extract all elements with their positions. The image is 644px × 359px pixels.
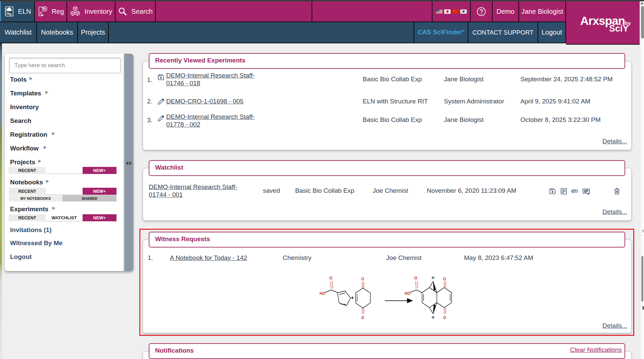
svg-text:O: O: [329, 276, 332, 281]
svg-text:O: O: [443, 276, 446, 281]
svg-text:O: O: [414, 276, 417, 281]
svg-text:O: O: [361, 276, 364, 281]
svg-text:O: O: [443, 315, 446, 320]
svg-text:H: H: [432, 276, 434, 280]
svg-text:O: O: [361, 315, 364, 320]
svg-text:HO: HO: [405, 291, 410, 296]
svg-text:H: H: [432, 315, 434, 319]
svg-text:HO: HO: [320, 291, 325, 296]
svg-text:+: +: [351, 294, 354, 301]
